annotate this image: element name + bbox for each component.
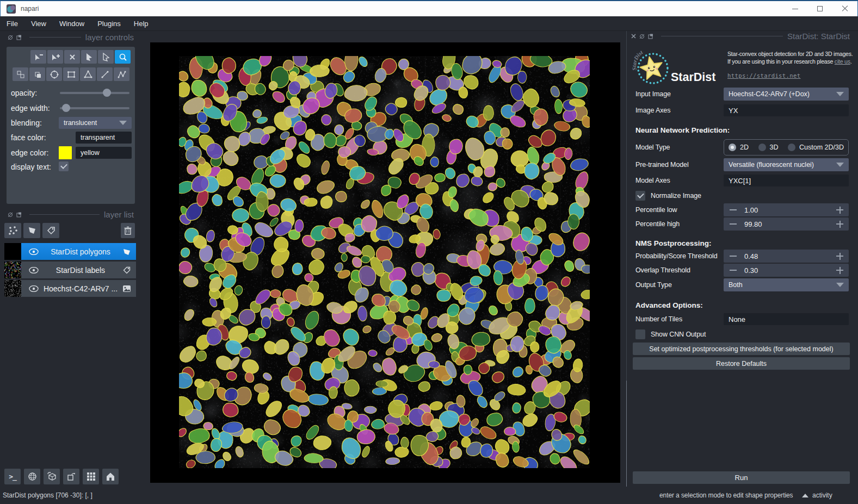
percentile-high-label: Percentile high: [635, 220, 724, 228]
cite-us-link[interactable]: cite us: [835, 58, 850, 65]
dock-hide-icon[interactable]: [8, 212, 13, 217]
blending-dropdown[interactable]: translucent: [59, 117, 132, 129]
select-shape-tool[interactable]: [81, 50, 97, 64]
menu-bar: File View Window Plugins Help: [0, 16, 858, 31]
vertex-insert-tool[interactable]: [47, 50, 63, 64]
layer-row-stardist-labels[interactable]: StarDist labels: [4, 262, 136, 278]
radio-3d[interactable]: 3D: [758, 144, 779, 151]
number-of-tiles-field[interactable]: None: [724, 313, 849, 325]
vertex-remove-tool[interactable]: [30, 50, 46, 64]
path-tool[interactable]: [114, 67, 129, 81]
dock-close-icon[interactable]: [631, 34, 636, 39]
new-points-layer-button[interactable]: [4, 223, 21, 238]
spin-plus-icon[interactable]: [836, 253, 843, 260]
layer-controls-title: layer controls: [85, 33, 134, 42]
spin-minus-icon[interactable]: [730, 270, 737, 271]
percentile-low-spinbox[interactable]: 1.00: [724, 203, 849, 216]
dock-float-icon[interactable]: [648, 34, 653, 39]
console-button[interactable]: >_: [4, 469, 21, 484]
model-axes-field[interactable]: YXC[1]: [724, 175, 849, 186]
new-labels-layer-button[interactable]: [42, 223, 59, 238]
home-button[interactable]: [102, 469, 119, 484]
show-cnn-output-checkbox[interactable]: [635, 329, 645, 339]
edge-width-slider[interactable]: [60, 107, 129, 109]
section-neural-network: Neural Network Prediction:: [635, 126, 730, 134]
spin-minus-icon[interactable]: [730, 256, 737, 257]
run-button[interactable]: Run: [633, 471, 850, 484]
stardist-logo: StarDist: [631, 46, 672, 87]
dock-float-icon[interactable]: [16, 212, 22, 217]
status-message: enter a selection mode to edit shape pro…: [659, 491, 793, 499]
normalize-image-checkbox[interactable]: [635, 191, 645, 201]
maximize-button[interactable]: [807, 1, 832, 16]
move-front-tool[interactable]: [29, 67, 45, 81]
input-image-dropdown[interactable]: Hoechst-C42-ARv7 (+Dox): [724, 88, 849, 101]
stardist-dock-title: StarDist: StarDist: [787, 32, 850, 41]
output-type-label: Output Type: [635, 281, 724, 289]
output-type-dropdown[interactable]: Both: [724, 278, 849, 291]
dock-hide-icon[interactable]: [8, 35, 13, 40]
menu-window[interactable]: Window: [53, 16, 91, 30]
input-image-label: Input Image: [635, 90, 724, 98]
menu-view[interactable]: View: [24, 16, 53, 30]
polygon-tool[interactable]: [80, 67, 96, 81]
menu-plugins[interactable]: Plugins: [91, 16, 127, 30]
close-button[interactable]: [832, 1, 857, 16]
visibility-eye-icon[interactable]: [29, 267, 39, 273]
activity-toggle[interactable]: activity: [802, 491, 832, 499]
percentile-high-spinbox[interactable]: 99.80: [724, 217, 849, 231]
menu-file[interactable]: File: [0, 16, 24, 30]
dock-hide-icon[interactable]: [639, 34, 645, 39]
visibility-eye-icon[interactable]: [29, 285, 39, 292]
rectangle-tool[interactable]: [63, 67, 79, 81]
ndisplay-button[interactable]: [24, 469, 40, 484]
napari-window: napari File View Window Plugins Help lay…: [0, 0, 858, 504]
layer-name: StarDist labels: [39, 266, 122, 275]
menu-help[interactable]: Help: [127, 16, 155, 30]
grid-mode-button[interactable]: [83, 469, 99, 484]
transpose-dims-button[interactable]: [63, 469, 79, 484]
delete-layer-button[interactable]: [121, 223, 135, 238]
dock-splitter-handle[interactable]: [626, 381, 627, 487]
spin-plus-icon[interactable]: [836, 221, 843, 228]
restore-defaults-button[interactable]: Restore Defaults: [633, 357, 850, 370]
stardist-website-link[interactable]: https://stardist.net: [727, 72, 800, 79]
dock-float-icon[interactable]: [16, 35, 22, 40]
set-optimized-thresholds-button[interactable]: Set optimized postprocessing thresholds …: [633, 343, 850, 355]
display-text-checkbox[interactable]: [59, 161, 69, 171]
overlap-threshold-spinbox[interactable]: 0.30: [724, 264, 849, 277]
layer-list-header: layer list: [8, 210, 134, 219]
maximize-icon: [817, 6, 823, 11]
face-color-field[interactable]: transparent: [76, 132, 132, 144]
dropdown-arrow-icon: [836, 283, 844, 287]
delete-shape-tool[interactable]: [64, 50, 80, 64]
zoom-tool[interactable]: [115, 50, 131, 64]
roll-dims-button[interactable]: [44, 469, 60, 484]
visibility-eye-icon[interactable]: [29, 248, 39, 255]
line-tool[interactable]: [97, 67, 113, 81]
edge-color-swatch[interactable]: [59, 146, 72, 159]
spin-plus-icon[interactable]: [836, 267, 843, 274]
radio-icon: [758, 144, 766, 151]
layer-row-stardist-polygons[interactable]: StarDist polygons: [4, 243, 136, 260]
spin-minus-icon[interactable]: [730, 223, 737, 225]
probability-threshold-spinbox[interactable]: 0.48: [724, 250, 849, 263]
move-back-tool[interactable]: [13, 67, 28, 81]
shapes-layer-icon: [122, 248, 131, 256]
radio-custom[interactable]: Custom 2D/3D: [788, 144, 844, 151]
image-axes-field[interactable]: YX: [724, 104, 849, 116]
direct-select-tool[interactable]: [98, 50, 114, 64]
spin-plus-icon[interactable]: [836, 207, 843, 214]
spin-minus-icon[interactable]: [730, 209, 737, 210]
layer-row-hoechst-image[interactable]: Hoechst-C42-ARv7 ...: [4, 280, 136, 297]
minimize-button[interactable]: [782, 1, 807, 16]
edge-color-field[interactable]: yellow: [76, 147, 132, 159]
microscopy-image[interactable]: [179, 56, 590, 468]
new-shapes-layer-button[interactable]: [23, 223, 40, 238]
opacity-slider[interactable]: [60, 92, 129, 94]
ellipse-tool[interactable]: [46, 67, 62, 81]
stardist-description: Star-convex object detection for 2D and …: [727, 51, 853, 65]
probability-threshold-label: Probability/Score Threshold: [635, 252, 724, 260]
radio-2d[interactable]: 2D: [729, 144, 749, 151]
pretrained-model-dropdown[interactable]: Versatile (fluorescent nuclei): [724, 158, 849, 171]
